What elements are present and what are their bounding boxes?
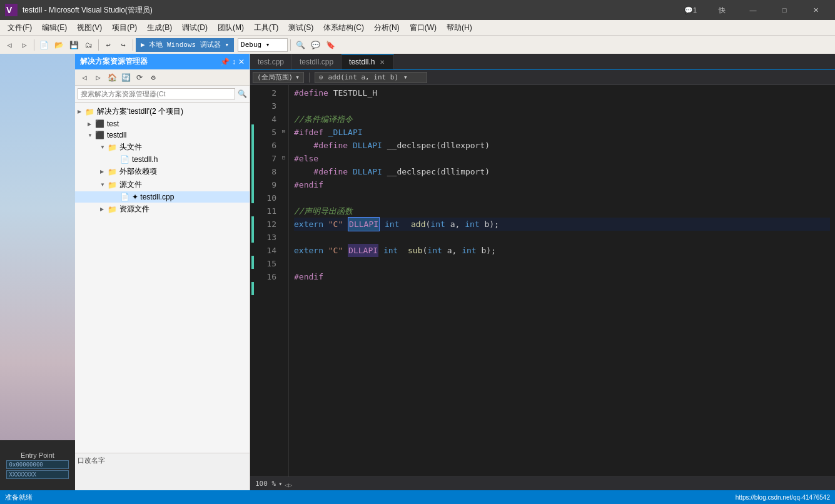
menu-item-文件F[interactable]: 文件(F) bbox=[3, 20, 37, 35]
gutter-7[interactable]: ⊟ bbox=[279, 151, 288, 164]
menu-item-窗口W[interactable]: 窗口(W) bbox=[405, 20, 442, 35]
token-int-14: int bbox=[383, 244, 398, 257]
window-controls[interactable]: 💬 1 快 — □ ✕ bbox=[676, 0, 830, 20]
token-int-12: int bbox=[385, 218, 399, 231]
menu-item-生成B[interactable]: 生成(B) bbox=[142, 20, 177, 35]
tree-expand-headers[interactable]: ▼ bbox=[100, 144, 108, 150]
code-line-13 bbox=[294, 231, 830, 244]
run-debug-btn[interactable]: ▶ 本地 Windows 调试器 ▾ bbox=[136, 38, 234, 52]
tab-close-btn[interactable]: ✕ bbox=[378, 58, 386, 66]
menu-item-帮助H[interactable]: 帮助(H) bbox=[442, 20, 477, 35]
close-panel-btn[interactable]: ✕ bbox=[238, 58, 245, 66]
tree-expand-test[interactable]: ▶ bbox=[88, 121, 95, 127]
back-btn[interactable]: ◁ bbox=[3, 38, 16, 52]
tree-node-testdll[interactable]: ▼ ⬛ testdll bbox=[75, 129, 250, 141]
function-dropdown[interactable]: ⊙ add(int a, int b) ▾ bbox=[315, 72, 427, 83]
tree-expand-external[interactable]: ▶ bbox=[100, 169, 108, 174]
tree-expand-testdll[interactable]: ▼ bbox=[88, 133, 95, 138]
tree-node-testdll-cpp[interactable]: ▷ 📄 ✦ testdll.cpp bbox=[75, 191, 250, 203]
bookmark-btn[interactable]: 🔖 bbox=[323, 38, 337, 52]
token-endif-9: #endif bbox=[294, 178, 323, 191]
ln-9: 9 bbox=[256, 178, 276, 191]
menu-item-团队M[interactable]: 团队(M) bbox=[213, 20, 249, 35]
tree-node-testdll-h[interactable]: ▷ 📄 testdll.h bbox=[75, 154, 250, 165]
menu-item-工具T[interactable]: 工具(T) bbox=[249, 20, 283, 35]
new-file-btn[interactable]: 📄 bbox=[37, 38, 51, 52]
scroll-right-btn[interactable]: ▷ bbox=[288, 478, 292, 490]
code-line-14: extern "C" DLLAPI int sub(int a, int b); bbox=[294, 244, 830, 257]
tab-testdll-cpp[interactable]: testdll.cpp bbox=[292, 54, 342, 69]
menu-item-视图V[interactable]: 视图(V) bbox=[72, 20, 107, 35]
tree-node-sources[interactable]: ▼ 📁 源文件 bbox=[75, 178, 250, 191]
tab-test-cpp[interactable]: test.cpp bbox=[250, 54, 292, 69]
tree-node-headers[interactable]: ▼ 📁 头文件 bbox=[75, 141, 250, 154]
toolbar-separator-3 bbox=[133, 39, 133, 51]
anime-image bbox=[0, 54, 75, 440]
sol-refresh-btn[interactable]: 🔄 bbox=[119, 71, 133, 84]
notification-btn[interactable]: 💬 1 bbox=[676, 0, 705, 20]
tree-node-resources[interactable]: ▶ 📁 资源文件 bbox=[75, 203, 250, 216]
unpin-btn[interactable]: ↕ bbox=[232, 58, 236, 66]
open-btn[interactable]: 📂 bbox=[52, 38, 66, 52]
code-content[interactable]: #define TESTDLL_H //条件编译指令 #ifdef _DLLAP… bbox=[289, 85, 835, 476]
headers-folder-icon: 📁 bbox=[108, 143, 117, 152]
menu-item-调试D[interactable]: 调试(D) bbox=[177, 20, 213, 35]
find-btn[interactable]: 🔍 bbox=[293, 38, 307, 52]
menu-item-编辑E[interactable]: 编辑(E) bbox=[37, 20, 72, 35]
minimize-btn[interactable]: — bbox=[739, 0, 767, 20]
tree-node-test[interactable]: ▶ ⬛ test bbox=[75, 118, 250, 129]
zoom-control[interactable]: 100 % ▾ bbox=[255, 480, 282, 488]
save-all-btn[interactable]: 🗂 bbox=[82, 38, 96, 52]
ln-6: 6 bbox=[256, 139, 276, 152]
token-dllapi-8: DLLAPI bbox=[353, 165, 382, 178]
solution-header-buttons[interactable]: 📌 ↕ ✕ bbox=[220, 58, 245, 66]
code-line-16: #endif bbox=[294, 270, 830, 283]
sol-settings-btn[interactable]: ⚙ bbox=[146, 71, 160, 84]
sources-label: 源文件 bbox=[119, 179, 142, 190]
close-btn[interactable]: ✕ bbox=[801, 0, 830, 20]
comment-btn[interactable]: 💬 bbox=[308, 38, 322, 52]
token-paren-12: ( bbox=[426, 218, 431, 231]
tree-node-external[interactable]: ▶ 📁 外部依赖项 bbox=[75, 165, 250, 178]
quick-launch-btn[interactable]: 快 bbox=[707, 0, 736, 20]
pin-btn[interactable]: 📌 bbox=[220, 58, 230, 66]
menu-item-体系结构C[interactable]: 体系结构(C) bbox=[318, 20, 369, 35]
gutter-5[interactable]: ⊟ bbox=[279, 124, 288, 138]
undo-btn[interactable]: ↩ bbox=[101, 38, 115, 52]
ln-12: 12 bbox=[256, 218, 276, 231]
forward-btn[interactable]: ▷ bbox=[18, 38, 31, 52]
menu-item-测试S[interactable]: 测试(S) bbox=[283, 20, 318, 35]
save-btn[interactable]: 💾 bbox=[67, 38, 81, 52]
scope-label: (全局范围) bbox=[257, 73, 293, 82]
menu-item-项目P[interactable]: 项目(P) bbox=[107, 20, 142, 35]
token-a-12: a, bbox=[445, 218, 465, 231]
maximize-btn[interactable]: □ bbox=[770, 0, 799, 20]
zoom-dropdown-icon[interactable]: ▾ bbox=[278, 480, 282, 487]
search-input[interactable] bbox=[78, 88, 235, 99]
tab-testdll-h[interactable]: testdll.h ✕ bbox=[342, 54, 394, 69]
sol-sync-btn[interactable]: ⟳ bbox=[133, 71, 146, 84]
toolbar: ◁ ▷ 📄 📂 💾 🗂 ↩ ↪ ▶ 本地 Windows 调试器 ▾ Debug… bbox=[0, 35, 835, 54]
tree-expand-sources[interactable]: ▼ bbox=[100, 182, 108, 188]
tab-bar: test.cpp testdll.cpp testdll.h ✕ bbox=[250, 54, 835, 70]
tree-node-solution[interactable]: ▶ 📁 解决方案'testdll'(2 个项目) bbox=[75, 105, 250, 118]
code-line-9: #endif bbox=[294, 178, 830, 191]
redo-btn[interactable]: ↪ bbox=[116, 38, 130, 52]
sol-back-btn[interactable]: ◁ bbox=[78, 71, 91, 84]
tree-expand-resources[interactable]: ▶ bbox=[100, 206, 108, 212]
sol-home-btn[interactable]: 🏠 bbox=[105, 71, 119, 84]
gutter-9 bbox=[279, 177, 288, 190]
ln-8: 8 bbox=[256, 165, 276, 178]
token-dllapi-14: DLLAPI bbox=[348, 244, 378, 257]
token-indent-6 bbox=[294, 139, 313, 152]
gutter-8 bbox=[279, 164, 288, 177]
debug-config-dropdown[interactable]: Debug ▾ bbox=[238, 38, 288, 52]
token-add-12: add bbox=[411, 218, 425, 231]
testdll-cpp-label: ✦ testdll.cpp bbox=[132, 193, 174, 201]
tree-expand-solution[interactable]: ▶ bbox=[78, 109, 85, 114]
menu-item-分析N[interactable]: 分析(N) bbox=[369, 20, 405, 35]
left-decorative-panel: Entry Point 0x00000000 XXXXXXXX bbox=[0, 54, 75, 490]
scope-dropdown[interactable]: (全局范围) ▾ bbox=[253, 72, 304, 83]
token-declspec-6: __declspec(dllexport) bbox=[382, 139, 490, 152]
sol-forward-btn[interactable]: ▷ bbox=[91, 71, 105, 84]
